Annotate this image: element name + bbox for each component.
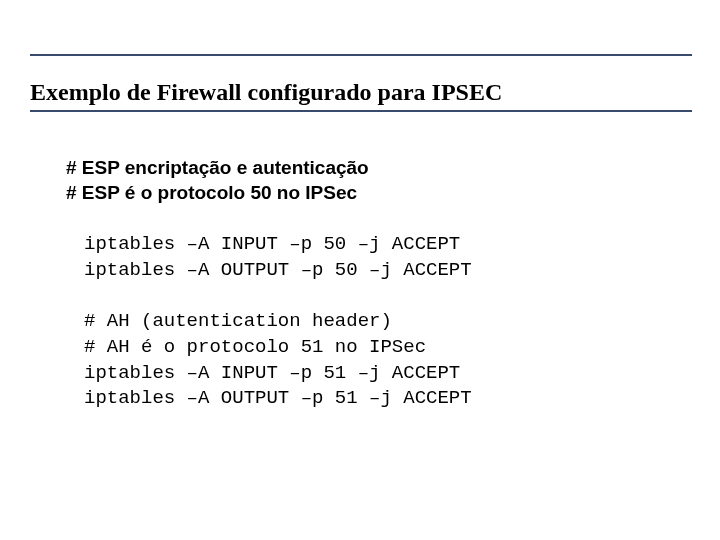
slide: Exemplo de Firewall configurado para IPS… — [0, 0, 720, 540]
page-title: Exemplo de Firewall configurado para IPS… — [30, 78, 690, 107]
code-line: # AH é o protocolo 51 no IPSec — [84, 335, 690, 361]
divider-bottom — [30, 110, 692, 112]
code-line: iptables –A INPUT –p 50 –j ACCEPT — [84, 232, 690, 258]
divider-top — [30, 54, 692, 56]
code-line: iptables –A OUTPUT –p 50 –j ACCEPT — [84, 258, 690, 284]
code-line: iptables –A INPUT –p 51 –j ACCEPT — [84, 361, 690, 387]
code-line: iptables –A OUTPUT –p 51 –j ACCEPT — [84, 386, 690, 412]
comment-line: # ESP encriptação e autenticação — [66, 155, 690, 181]
comment-line: # ESP é o protocolo 50 no IPSec — [66, 180, 690, 206]
code-block-1: iptables –A INPUT –p 50 –j ACCEPT iptabl… — [84, 232, 690, 412]
spacer — [84, 283, 690, 309]
content-area: # ESP encriptação e autenticação # ESP é… — [66, 155, 690, 412]
code-line: # AH (autentication header) — [84, 309, 690, 335]
